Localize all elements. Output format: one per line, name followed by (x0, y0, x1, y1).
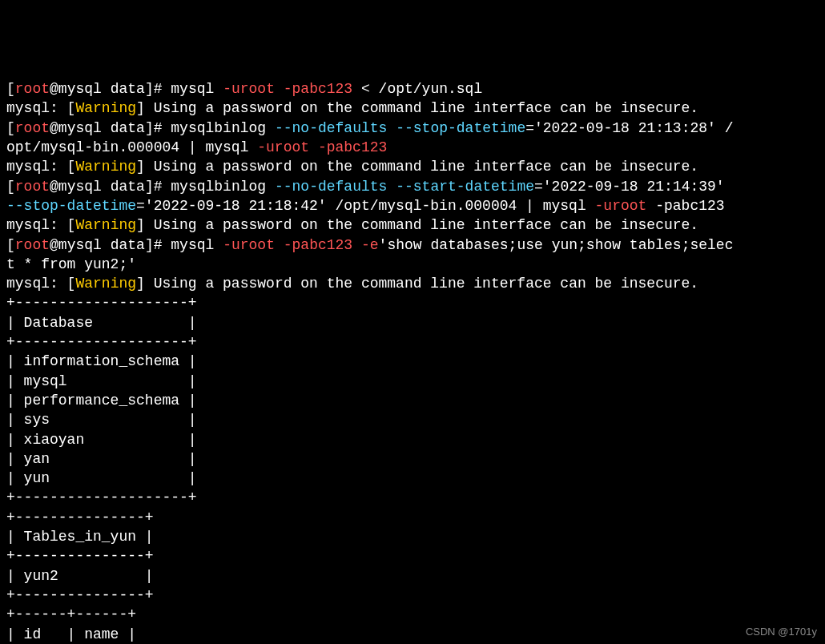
warning-prefix: mysql: [ (6, 159, 75, 175)
table-border: +--------------------+ (6, 334, 197, 350)
table-row: | xiaoyan | (6, 432, 197, 448)
command-text: mysqlbinlog (171, 179, 266, 195)
mysql-flag-user: -uroot (257, 139, 309, 155)
flag-stop-datetime: --stop-datetime (396, 120, 525, 136)
mysql-flag-pass: -pabc123 (284, 81, 352, 97)
table-row: | yun | (6, 470, 197, 486)
table-border: +---------------+ (6, 587, 154, 603)
prompt-line: [root@mysql data]# (6, 179, 171, 195)
command-text: mysql (171, 237, 214, 253)
table-row: | mysql | (6, 373, 197, 389)
table-border: +--------------------+ (6, 489, 197, 505)
warning-label: Warning (75, 276, 136, 292)
mysql-flag-user: -uroot (223, 237, 275, 253)
warning-label: Warning (75, 217, 136, 233)
mysql-flag-e: -e (361, 237, 379, 253)
binfile-pipe: opt/mysql-bin.000004 | mysql (6, 139, 248, 155)
warning-label: Warning (75, 159, 136, 175)
table-header: | Tables_in_yun | (6, 529, 154, 545)
warning-prefix: mysql: [ (6, 217, 75, 233)
table-border: +---------------+ (6, 509, 154, 525)
prompt-line: [root@mysql data]# (6, 81, 171, 97)
warning-text: ] Using a password on the command line i… (136, 159, 698, 175)
prompt-line: [root@mysql data]# (6, 237, 171, 253)
warning-prefix: mysql: [ (6, 100, 75, 116)
table-row: | yun2 | (6, 568, 154, 584)
warning-text: ] Using a password on the command line i… (136, 276, 698, 292)
table-header: | Database | (6, 315, 197, 331)
mysql-flag-pass-plain: -pabc123 (655, 198, 724, 214)
sql-query: 'show databases;use yun;show tables;sele… (379, 237, 734, 253)
terminal-output[interactable]: [root@mysql data]# mysql -uroot -pabc123… (6, 79, 819, 644)
mysql-flag-user: -uroot (223, 81, 275, 97)
sql-query-cont: t * from yun2;' (6, 256, 136, 272)
table-row: | performance_schema | (6, 392, 197, 409)
warning-prefix: mysql: [ (6, 276, 75, 292)
table-border: +---------------+ (6, 548, 154, 564)
command-text: mysqlbinlog (171, 120, 266, 136)
mysql-flag-user: -uroot (595, 198, 647, 214)
mysql-flag-pass: -pabc123 (284, 237, 352, 253)
datetime-value: ='2022-09-18 21:13:28' / (525, 120, 733, 136)
command-text: mysql (171, 81, 214, 97)
table-row: | yan | (6, 451, 197, 467)
warning-text: ] Using a password on the command line i… (136, 217, 698, 233)
table-row: | information_schema | (6, 353, 197, 369)
datetime-value: ='2022-09-18 21:14:39' (534, 179, 725, 195)
table-border: +--------------------+ (6, 295, 197, 311)
warning-text: ] Using a password on the command line i… (136, 100, 698, 116)
redirect-file: < /opt/yun.sql (361, 81, 482, 97)
datetime-binfile-pipe: ='2022-09-18 21:18:42' /opt/mysql-bin.00… (136, 198, 586, 214)
table-header: | id | name | (6, 626, 136, 642)
flag-no-defaults: --no-defaults (275, 120, 387, 136)
flag-no-defaults: --no-defaults (275, 179, 387, 195)
table-border: +------+------+ (6, 606, 136, 622)
table-row: | sys | (6, 412, 197, 428)
flag-start-datetime: --start-datetime (396, 179, 534, 195)
prompt-line: [root@mysql data]# (6, 120, 171, 136)
mysql-flag-pass: -pabc123 (318, 139, 387, 155)
watermark: CSDN @1701y (746, 625, 817, 639)
warning-label: Warning (75, 100, 136, 116)
flag-stop-datetime: --stop-datetime (6, 198, 136, 214)
